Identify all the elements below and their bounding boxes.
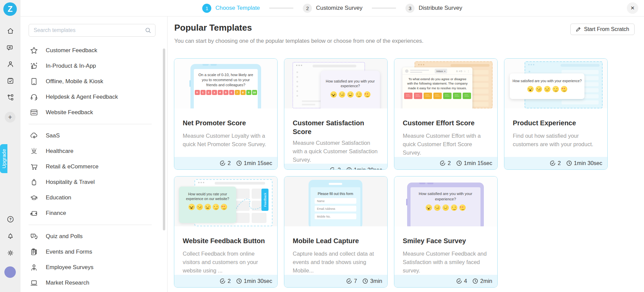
home-icon[interactable] xyxy=(6,27,14,35)
sidebar-scrollbar[interactable] xyxy=(163,48,165,230)
template-card-customer-effort-score[interactable]: Inbox× 6:45 ☆ ⋮ To what extend do you ag… xyxy=(394,58,498,170)
step-label: Customize Survey xyxy=(316,5,362,11)
sidebar-item-quiz-and-polls[interactable]: ? Quiz and Polls xyxy=(21,229,162,244)
close-glyph: ✕ xyxy=(631,5,635,11)
survey-popup-mockup: How satisfied are you with your experien… xyxy=(321,71,380,108)
svg-text:?: ? xyxy=(32,234,34,237)
survey-popup-mockup: How satisfied are you with your experien… xyxy=(510,73,584,99)
template-preview: How satisfied are you with your experien… xyxy=(394,176,497,226)
sidebar-item-customer-feedback[interactable]: Customer Feedback xyxy=(21,43,162,58)
step-distribute-survey[interactable]: 3 Distribute Survey xyxy=(405,4,462,13)
emoji-scale xyxy=(321,91,380,98)
sidebar-item-education[interactable]: Education xyxy=(21,190,162,205)
template-preview: Please fill out this form Name Email Add… xyxy=(284,176,387,226)
template-meta: 2 1min 30sec xyxy=(174,275,277,287)
search-input[interactable] xyxy=(29,24,155,37)
mock-field-mobile: Mobile No. xyxy=(315,214,356,219)
mock-question: On a scale of 0-10, how likely are you t… xyxy=(194,69,258,88)
template-card-smiley-face-survey[interactable]: How satisfied are you with your experien… xyxy=(394,176,498,288)
template-title: Customer Effort Score xyxy=(403,119,489,127)
sidebar-item-healthcare[interactable]: Healthcare xyxy=(21,143,162,159)
template-title: Website Feedback Button xyxy=(183,236,269,245)
sidebar-item-hospitality-travel[interactable]: Hospitality & Travel xyxy=(21,174,162,190)
search-box xyxy=(29,24,155,37)
template-description: Measure Customer Loyalty with a quick Ne… xyxy=(183,132,269,149)
question-count: 2 xyxy=(337,167,341,170)
sad-emoji xyxy=(434,204,440,211)
templates-main: Popular Templates You can start by choos… xyxy=(168,17,644,292)
survey-popup-mockup: How would you rate your experience on ou… xyxy=(179,187,236,223)
template-card-product-experience[interactable]: How satisfied are you with your experien… xyxy=(504,58,608,170)
mock-question: To what extend do you agree or disagree … xyxy=(402,75,472,90)
headset-icon xyxy=(30,93,38,101)
category-label: Market Research xyxy=(46,280,89,286)
template-card-net-promoter-score[interactable]: On a scale of 0-10, how likely are you t… xyxy=(174,58,278,170)
sidebar-item-market-research[interactable]: Market Research xyxy=(21,275,162,291)
contacts-icon[interactable] xyxy=(6,60,14,68)
upgrade-tab[interactable]: Upgrade xyxy=(0,144,7,173)
step-divider xyxy=(269,8,293,8)
category-list: Customer Feedback In-Product & In-App Of… xyxy=(21,43,162,291)
add-icon[interactable]: + xyxy=(5,112,15,123)
emoji-scale xyxy=(410,204,480,211)
sidebar-item-finance[interactable]: Finance xyxy=(21,205,162,221)
sidebar-item-employee-surveys[interactable]: Employee Surveys xyxy=(21,260,162,275)
plus-label: + xyxy=(8,113,12,121)
template-card-mobile-lead-capture[interactable]: Please fill out this form Name Email Add… xyxy=(284,176,388,288)
question-count: 2 xyxy=(558,160,561,166)
sidebar-item-saas[interactable]: SaaS xyxy=(21,128,162,143)
svg-text:?: ? xyxy=(9,218,11,221)
neutral-emoji xyxy=(544,86,550,92)
mock-field-email: Email Address xyxy=(315,206,356,212)
user-avatar[interactable] xyxy=(4,266,16,278)
sidebar-item-events-and-forms[interactable]: Events and Forms xyxy=(21,244,162,260)
clock-icon xyxy=(362,278,368,284)
email-header-meta: 6:45 ☆ ⋮ xyxy=(456,70,470,73)
brand-logo[interactable]: Z xyxy=(3,2,17,16)
wallet-icon xyxy=(30,209,38,218)
page-title: Popular Templates xyxy=(174,23,252,33)
sidebar-item-helpdesk-agent-feedback[interactable]: Helpdesk & Agent Feedback xyxy=(21,89,162,105)
step-number: 2 xyxy=(303,4,312,13)
start-from-scratch-button[interactable]: Start From Scratch xyxy=(570,24,635,35)
settings-gear-icon[interactable] xyxy=(6,249,14,257)
love-emoji xyxy=(221,204,227,210)
sidebar-item-retail-ecommerce[interactable]: Retail & eCommerce xyxy=(21,159,162,174)
questions-check-icon xyxy=(440,160,445,166)
template-meta: 2 1min 15sec xyxy=(394,157,497,169)
email-window-mockup: Inbox× 6:45 ☆ ⋮ To what extend do you ag… xyxy=(402,67,472,108)
template-title: Customer Satisfaction Score xyxy=(293,119,379,136)
sad-emoji xyxy=(339,91,345,98)
feedback-chat-icon[interactable] xyxy=(6,44,14,52)
category-label: Education xyxy=(46,194,71,201)
category-label: Customer Feedback xyxy=(46,47,97,54)
close-icon[interactable]: ✕ xyxy=(627,2,638,14)
workflow-icon[interactable] xyxy=(6,93,14,101)
category-label: In-Product & In-App xyxy=(46,63,96,69)
thumbs-up-icon xyxy=(30,62,38,70)
category-label: Hospitality & Travel xyxy=(46,179,95,186)
upgrade-label: Upgrade xyxy=(1,149,7,168)
step-label: Distribute Survey xyxy=(419,5,462,11)
step-customize-survey[interactable]: 2 Customize Survey xyxy=(303,4,362,13)
sidebar-item-website-feedback[interactable]: www Website Feedback xyxy=(21,105,162,120)
mock-question: How satisfied are you with your experien… xyxy=(410,187,480,202)
clock-icon xyxy=(236,278,242,284)
template-card-website-feedback-button[interactable]: Feedback How would you rate your experie… xyxy=(174,176,278,288)
step-choose-template[interactable]: 1 Choose Template xyxy=(202,4,260,13)
duration: 1min 30sec xyxy=(574,160,602,166)
sidebar-divider xyxy=(29,124,152,124)
sidebar-item-offline-mobile-kiosk[interactable]: Offline, Mobile & Kiosk xyxy=(21,74,162,89)
sidebar-item-in-product-in-app[interactable]: In-Product & In-App xyxy=(21,58,162,74)
help-icon[interactable]: ? xyxy=(6,215,14,223)
laptop-icon xyxy=(30,279,38,287)
tasks-calendar-icon[interactable] xyxy=(6,77,14,85)
questions-check-icon xyxy=(550,160,556,166)
template-card-customer-satisfaction-score[interactable]: How satisfied are you with your experien… xyxy=(284,58,388,170)
template-title: Net Promoter Score xyxy=(183,119,269,127)
notifications-bell-icon[interactable] xyxy=(6,232,14,240)
sad-emoji xyxy=(196,204,203,210)
step-divider xyxy=(372,8,396,8)
mock-question: How satisfied are you with your experien… xyxy=(510,73,584,83)
questions-check-icon xyxy=(330,167,335,170)
